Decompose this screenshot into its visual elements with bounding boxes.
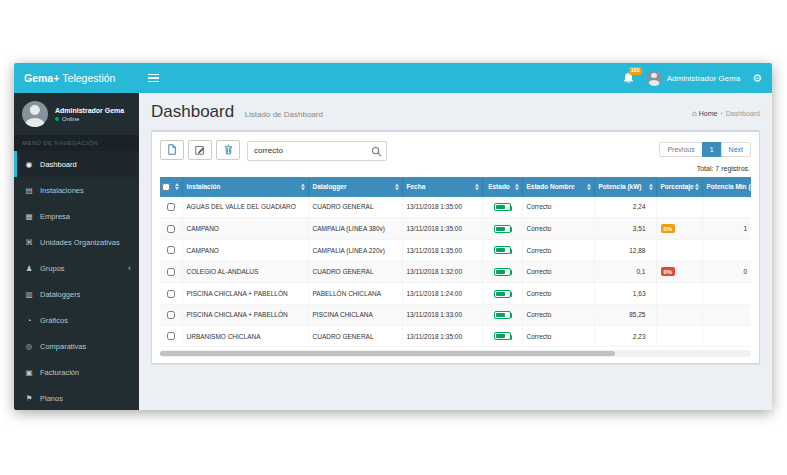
sort-icon[interactable] [649, 183, 653, 190]
cell-potencia: 1,63 [594, 283, 656, 304]
sort-icon[interactable] [695, 183, 699, 190]
user-status[interactable]: Online [55, 116, 124, 122]
sidebar-item-label: Dataloggers [40, 290, 80, 299]
row-checkbox[interactable] [167, 203, 175, 211]
settings-button[interactable]: ⚙ [752, 73, 762, 84]
battery-status-icon [494, 203, 511, 211]
column-header-datalogger[interactable]: Datalogger [308, 177, 402, 197]
brand-logo[interactable]: Gema+ Telegestión [14, 63, 139, 93]
sort-icon[interactable] [301, 183, 305, 190]
cell-estado-nombre: Correcto [522, 325, 594, 346]
sort-icon[interactable] [587, 183, 591, 190]
cell-porcentaje [656, 240, 702, 261]
sidebar-item-empresa[interactable]: ▦Empresa [14, 203, 139, 229]
battery-status-icon [494, 268, 511, 276]
sort-icon[interactable] [475, 183, 479, 190]
pencil-square-icon [195, 145, 205, 155]
sidebar-item-dashboard[interactable]: ◉Dashboard [14, 151, 139, 177]
table-row[interactable]: CAMPANOCAMPALIA (LINEA 380v)13/11/2018 1… [160, 218, 751, 240]
select-all-header[interactable] [160, 177, 182, 197]
notifications-button[interactable]: 180 [622, 72, 635, 85]
content-header: Dashboard Listado de Dashboard ⌂ Home › … [139, 93, 772, 129]
column-label: Fecha [407, 183, 426, 190]
cell-fecha: 13/11/2018 1:35:00 [402, 197, 482, 218]
row-checkbox[interactable] [167, 311, 175, 319]
column-header-instalacion[interactable]: Instalación [182, 177, 308, 197]
search-icon[interactable] [371, 143, 382, 161]
sidebar-item-comparativas[interactable]: ◎Comparativas [14, 333, 139, 359]
cell-porcentaje [656, 304, 702, 325]
breadcrumb-home[interactable]: ⌂ Home [692, 109, 718, 118]
billing-icon: ▣ [24, 368, 34, 377]
table-row[interactable]: PISCINA CHICLANA + PABELLÓNPABELLÓN CHIC… [160, 283, 751, 304]
sidebar-item-facturacion[interactable]: ▣Facturación [14, 359, 139, 385]
sidebar-item-label: Unidades Organizativas [40, 238, 120, 247]
cell-estado-nombre: Correcto [522, 218, 594, 240]
org-units-icon: ⌘ [24, 238, 34, 247]
row-checkbox[interactable] [167, 332, 175, 340]
scrollbar-thumb[interactable] [160, 351, 615, 356]
table-row[interactable]: PISCINA CHICLANA + PABELLÓNPISCINA CHICL… [160, 304, 751, 325]
sort-icon[interactable] [515, 183, 519, 190]
column-label: Porcentaje [661, 183, 694, 190]
cell-select [160, 304, 182, 325]
action-buttons [160, 140, 240, 160]
cell-instalacion: PISCINA CHICLANA + PABELLÓN [182, 304, 308, 325]
sort-icon[interactable] [395, 183, 399, 190]
user-menu[interactable]: Administrador Gema [647, 71, 740, 86]
sidebar: Administrador Gema Online MENÚ DE NAVEGA… [14, 93, 139, 410]
hamburger-icon [148, 77, 159, 79]
table-row[interactable]: CAMPANOCAMPALIA (LINEA 220v)13/11/2018 1… [160, 240, 751, 261]
column-header-potencia-kw[interactable]: Potencia (kW) [594, 177, 656, 197]
installations-icon: ▤ [24, 186, 34, 195]
search-input[interactable] [247, 141, 387, 161]
column-header-fecha[interactable]: Fecha [402, 177, 482, 197]
cell-porcentaje: 0% [656, 218, 702, 240]
row-checkbox[interactable] [167, 225, 175, 233]
sidebar-item-planos[interactable]: ⚑Planos [14, 385, 139, 410]
sidebar-item-dataloggers[interactable]: ▥Dataloggers [14, 281, 139, 307]
cell-datalogger: CUADRO GENERAL [308, 325, 402, 346]
add-button[interactable] [160, 140, 184, 160]
cell-instalacion: COLEGIO AL-ANDALUS [182, 261, 308, 283]
sidebar-item-instalaciones[interactable]: ▤Instalaciones [14, 177, 139, 203]
column-header-estado-nombre[interactable]: Estado Nombre [522, 177, 594, 197]
sort-icon [175, 183, 179, 190]
top-navbar: Gema+ Telegestión 180 Administrador Gema [14, 63, 772, 93]
column-header-porcentaje[interactable]: Porcentaje [656, 177, 702, 197]
pagination-next[interactable]: Next [721, 142, 751, 157]
cell-porcentaje [656, 325, 702, 346]
table-row[interactable]: AGUAS DEL VALLE DEL GUADIAROCUADRO GENER… [160, 197, 751, 218]
cell-select [160, 240, 182, 261]
edit-button[interactable] [188, 140, 212, 160]
sidebar-toggle-button[interactable] [139, 63, 167, 93]
horizontal-scrollbar[interactable] [160, 350, 751, 357]
row-checkbox[interactable] [167, 246, 175, 254]
cell-datalogger: CUADRO GENERAL [308, 197, 402, 218]
cell-fecha: 13/11/2018 1:24:00 [402, 283, 482, 304]
table-row[interactable]: URBANISMO CHICLANACUADRO GENERAL13/11/20… [160, 325, 751, 346]
battery-status-icon [494, 246, 511, 254]
cell-select [160, 197, 182, 218]
cell-potencia: 2,24 [594, 197, 656, 218]
total-records: Total: 7 registros. [160, 161, 751, 177]
percentage-badge: 0% [661, 224, 676, 233]
column-header-estado[interactable]: Estado [482, 177, 522, 197]
pagination-page-1[interactable]: 1 [702, 142, 722, 157]
table-row[interactable]: COLEGIO AL-ANDALUSCUADRO GENERAL13/11/20… [160, 261, 751, 283]
notification-badge: 180 [629, 67, 642, 76]
cell-datalogger: PABELLÓN CHICLANA [308, 283, 402, 304]
cell-potencia: 85,25 [594, 304, 656, 325]
pagination-previous[interactable]: Previous [659, 142, 702, 157]
select-all-checkbox[interactable] [162, 183, 170, 191]
sidebar-item-unidades-organizativas[interactable]: ⌘Unidades Organizativas [14, 229, 139, 255]
sidebar-item-grupos[interactable]: ♟Grupos‹ [14, 255, 139, 281]
column-header-potencia-min-kw[interactable]: Potencia Mín (kW) [702, 177, 751, 197]
cell-potencia-min [702, 325, 751, 346]
row-checkbox[interactable] [167, 268, 175, 276]
delete-button[interactable] [216, 140, 240, 160]
sidebar-item-graficos[interactable]: ◔Gráficos [14, 307, 139, 333]
user-avatar [647, 71, 662, 86]
row-checkbox[interactable] [167, 290, 175, 298]
sidebar-item-label: Empresa [40, 212, 70, 221]
